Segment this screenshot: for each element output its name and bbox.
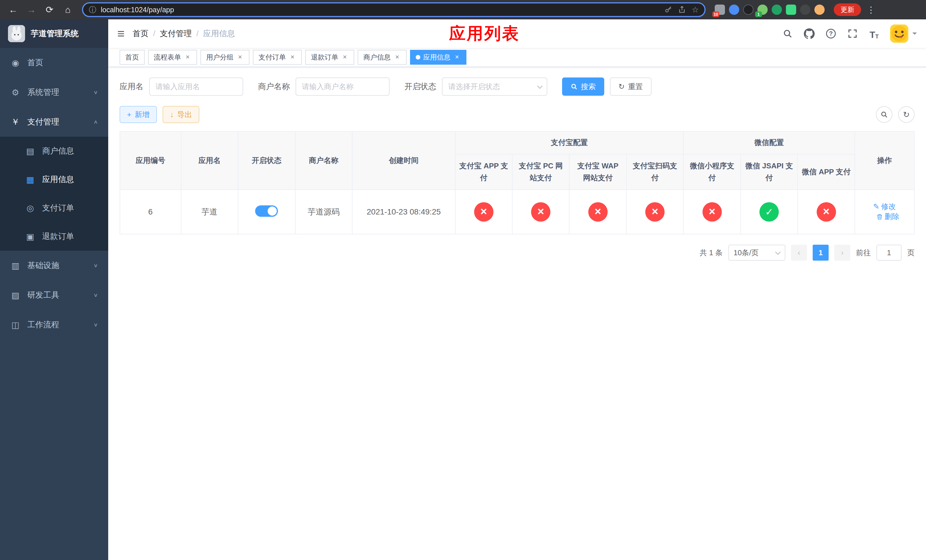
bookmark-star-icon[interactable]: ☆: [691, 5, 699, 15]
app-name-label: 应用名: [120, 81, 144, 92]
trash-icon: [876, 213, 883, 220]
share-icon[interactable]: [678, 6, 686, 14]
breadcrumb-home[interactable]: 首页: [133, 28, 149, 39]
prev-page-button[interactable]: ‹: [791, 245, 807, 260]
cell-app-name: 芋道: [181, 190, 238, 234]
refresh-table-button[interactable]: ↻: [898, 106, 915, 123]
cell-actions: ✎ 修改 删除: [855, 190, 914, 234]
cell-wx-mini: [683, 190, 740, 234]
next-page-button[interactable]: ›: [834, 245, 850, 260]
tab-merchant-info[interactable]: 商户信息 ×: [358, 50, 407, 65]
sidebar-item-merchant-info[interactable]: ▤ 商户信息: [0, 137, 108, 165]
app-grid-icon: ▦: [25, 175, 35, 185]
sidebar-item-payment[interactable]: ￥ 支付管理 ∧: [0, 107, 108, 137]
refresh-icon: ↻: [903, 110, 909, 120]
extension-icon-pin[interactable]: [800, 5, 810, 15]
app-logo-bar: 芋道管理系统: [0, 20, 108, 48]
extension-badge: 1: [755, 11, 762, 17]
app-name-input[interactable]: [149, 77, 243, 96]
user-menu[interactable]: [890, 24, 917, 43]
sidebar-toggle-icon[interactable]: ≡: [117, 27, 125, 40]
tab-home[interactable]: 首页: [120, 50, 145, 65]
breadcrumb-current: 应用信息: [203, 28, 235, 39]
tab-user-group[interactable]: 用户分组 ×: [200, 50, 250, 65]
browser-home-button[interactable]: ⌂: [61, 2, 75, 17]
question-mark: ?: [826, 29, 836, 38]
browser-back-button[interactable]: ←: [6, 2, 21, 17]
cell-status: [238, 190, 295, 234]
search-icon: [570, 83, 578, 90]
sidebar-item-system[interactable]: ⚙ 系统管理 ∨: [0, 77, 108, 107]
browser-reload-button[interactable]: ⟳: [42, 2, 57, 17]
sidebar-item-infrastructure[interactable]: ▥ 基础设施 ∨: [0, 251, 108, 280]
sidebar-item-pay-orders[interactable]: ◎ 支付订单: [0, 194, 108, 222]
extension-icon-puzzle[interactable]: 10: [715, 5, 725, 15]
tab-close-icon[interactable]: ×: [341, 53, 348, 61]
col-group-wechat: 微信配置: [683, 131, 855, 154]
col-actions: 操作: [855, 131, 914, 190]
password-key-icon[interactable]: [664, 6, 672, 14]
github-icon[interactable]: [803, 28, 815, 39]
search-button[interactable]: 搜索: [562, 77, 604, 96]
extension-icon-avatar[interactable]: 1: [757, 5, 768, 15]
sidebar-item-label: 基础设施: [27, 260, 86, 271]
status-error-icon: [474, 202, 493, 222]
url-text: localhost:1024/pay/app: [101, 6, 660, 14]
export-button[interactable]: ↓ 导出: [163, 106, 199, 123]
tab-app-info[interactable]: 应用信息 ×: [410, 50, 466, 65]
breadcrumb-separator: /: [153, 29, 156, 38]
merchant-name-input[interactable]: [295, 77, 390, 96]
toggle-search-button[interactable]: [876, 106, 893, 123]
page-number-1[interactable]: 1: [813, 245, 829, 260]
add-button[interactable]: + 新增: [120, 106, 157, 123]
chevron-down-icon: ∨: [94, 292, 98, 298]
chevron-down-icon: ∨: [94, 89, 98, 95]
status-select[interactable]: 请选择开启状态: [442, 77, 547, 96]
url-bar[interactable]: ⓘ localhost:1024/pay/app ☆: [82, 2, 706, 17]
goto-page-input[interactable]: [876, 245, 902, 260]
cell-app-id: 6: [120, 190, 181, 234]
sidebar-item-label: 退款订单: [42, 231, 98, 242]
sidebar-item-home[interactable]: ◉ 首页: [0, 48, 108, 77]
tab-close-icon[interactable]: ×: [236, 53, 244, 61]
site-info-icon[interactable]: ⓘ: [89, 5, 96, 15]
font-size-small: T: [875, 33, 879, 39]
browser-update-button[interactable]: 更新: [834, 3, 861, 16]
extension-icon-face[interactable]: [814, 5, 825, 15]
search-icon[interactable]: [782, 28, 793, 39]
status-toggle[interactable]: [255, 205, 278, 217]
sidebar-item-refund-orders[interactable]: ▣ 退款订单: [0, 222, 108, 251]
browser-forward-button[interactable]: →: [24, 2, 39, 17]
cell-alipay-app: [455, 190, 512, 234]
col-merchant: 商户名称: [295, 131, 352, 190]
top-navbar: ≡ 首页 / 支付管理 / 应用信息 应用列表: [108, 20, 926, 48]
tab-close-icon[interactable]: ×: [453, 53, 461, 61]
extension-icon-blue[interactable]: [729, 5, 739, 15]
tab-close-icon[interactable]: ×: [289, 53, 296, 61]
extension-icon-dark[interactable]: [743, 5, 754, 15]
help-icon[interactable]: ?: [825, 28, 837, 39]
sidebar-item-workflow[interactable]: ◫ 工作流程 ∨: [0, 310, 108, 339]
page-content: 应用名 商户名称 开启状态 请选择开启状态: [108, 67, 926, 560]
edit-button[interactable]: ✎ 修改: [873, 202, 896, 212]
tab-pay-orders[interactable]: 支付订单 ×: [253, 50, 302, 65]
breadcrumb-payment[interactable]: 支付管理: [160, 28, 192, 39]
font-size-icon[interactable]: T T: [869, 28, 880, 39]
page-size-select[interactable]: 10条/页: [728, 245, 785, 260]
navbar-actions: ? T T: [782, 24, 917, 43]
fullscreen-icon[interactable]: [847, 28, 858, 39]
sidebar-item-dev-tools[interactable]: ▨ 研发工具 ∨: [0, 280, 108, 310]
reset-button[interactable]: ↻ 重置: [610, 77, 652, 96]
tab-close-icon[interactable]: ×: [184, 53, 191, 61]
col-app-id: 应用编号: [120, 131, 181, 190]
sidebar-item-app-info[interactable]: ▦ 应用信息: [0, 165, 108, 194]
tab-process-form[interactable]: 流程表单 ×: [148, 50, 197, 65]
table-row: 6 芋道 芋道源码 2021-10-23 08:49:25: [120, 190, 914, 234]
extension-icon-book[interactable]: [786, 5, 796, 15]
browser-menu-icon[interactable]: ⋮: [864, 5, 878, 15]
table-toolbar: + 新增 ↓ 导出 ↻: [120, 106, 915, 123]
tab-refund-orders[interactable]: 退款订单 ×: [305, 50, 354, 65]
tab-close-icon[interactable]: ×: [393, 53, 401, 61]
extension-icon-green-check[interactable]: [772, 5, 782, 15]
delete-button[interactable]: 删除: [876, 212, 899, 222]
